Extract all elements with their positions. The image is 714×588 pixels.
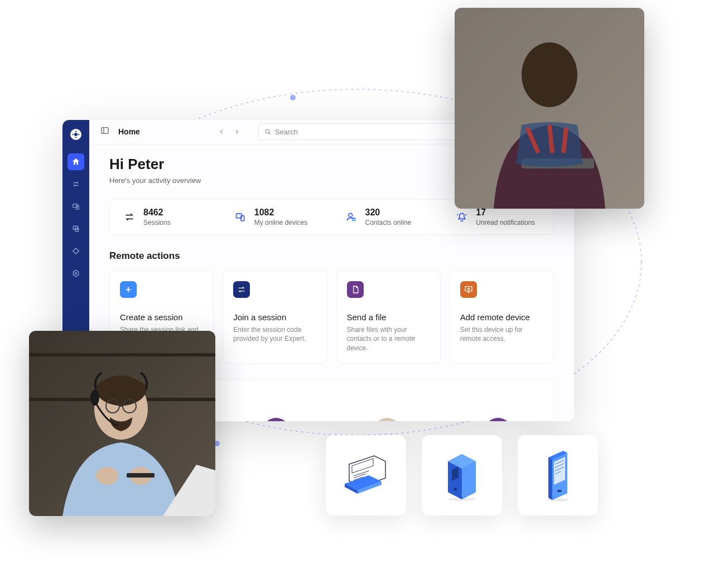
chevron-left-icon <box>218 128 225 136</box>
stat-value: 320 <box>365 208 412 218</box>
action-join-session[interactable]: Join a session Enter the session code pr… <box>223 271 327 364</box>
transfer-icon <box>233 281 250 298</box>
device-card-laptop[interactable] <box>326 435 406 515</box>
stat-value: 8462 <box>143 208 171 218</box>
svg-point-14 <box>349 213 353 217</box>
bell-icon <box>456 211 468 223</box>
sidebar-item-devices[interactable] <box>67 198 84 215</box>
avatar <box>373 418 401 421</box>
panel-toggle-icon[interactable] <box>100 126 109 137</box>
remote-actions-title: Remote actions <box>109 250 554 262</box>
sidebar-item-home[interactable] <box>67 153 84 170</box>
stat-value: 17 <box>476 208 535 218</box>
action-add-device[interactable]: Add remote device Set this device up for… <box>450 271 554 364</box>
device-cards-row <box>326 435 598 515</box>
hero-photo-tablet-user <box>455 8 644 209</box>
stat-contacts[interactable]: 320 Contacts online <box>332 208 443 226</box>
person-photo-placeholder <box>29 331 215 516</box>
action-title: Add remote device <box>460 312 543 322</box>
svg-line-11 <box>269 133 271 134</box>
svg-point-7 <box>75 272 77 274</box>
page-title: Home <box>118 127 140 136</box>
contact-item[interactable] <box>459 396 537 421</box>
monitor-icon <box>460 281 477 298</box>
nav-back[interactable] <box>216 126 227 137</box>
stat-sessions[interactable]: 8462 Sessions <box>110 208 221 226</box>
contact-item[interactable] <box>237 396 315 421</box>
tag-icon <box>72 247 80 255</box>
sidebar-item-tag[interactable] <box>67 243 84 259</box>
device-alt-icon <box>72 225 80 233</box>
plus-icon <box>120 281 137 298</box>
search-icon <box>264 128 272 136</box>
svg-point-34 <box>454 488 457 491</box>
svg-point-36 <box>557 490 562 492</box>
stat-value: 1082 <box>254 208 307 218</box>
path-dot <box>290 95 296 100</box>
avatar <box>262 418 290 421</box>
action-desc: Set this device up for remote access. <box>460 325 543 344</box>
sessions-icon <box>123 211 136 223</box>
devices-icon <box>72 203 80 210</box>
home-icon <box>71 157 80 166</box>
svg-point-10 <box>266 129 269 133</box>
devices-icon <box>234 211 247 223</box>
stat-devices[interactable]: 1082 My online devices <box>221 208 332 226</box>
stat-label: My online devices <box>254 219 307 226</box>
svg-rect-8 <box>102 128 108 134</box>
phone-icon <box>538 447 577 503</box>
hero-photo-support-agent <box>29 331 215 516</box>
svg-point-20 <box>522 42 577 107</box>
app-logo[interactable] <box>68 127 84 142</box>
hex-icon <box>72 269 80 277</box>
laptop-icon <box>338 450 394 500</box>
stat-label: Sessions <box>143 219 171 226</box>
svg-rect-32 <box>127 473 155 478</box>
stat-notifications[interactable]: 17 Unread notifications <box>442 208 553 226</box>
stat-label: Contacts online <box>365 219 412 226</box>
svg-point-30 <box>96 467 118 485</box>
svg-rect-23 <box>29 353 215 356</box>
device-card-phone[interactable] <box>518 435 598 515</box>
stat-label: Unread notifications <box>476 219 535 226</box>
svg-point-2 <box>74 133 78 136</box>
action-send-file[interactable]: Send a file Share files with your contac… <box>336 271 441 364</box>
contact-item[interactable] <box>348 396 426 421</box>
svg-point-37 <box>547 498 569 502</box>
svg-point-17 <box>467 288 469 290</box>
action-title: Send a file <box>347 312 430 322</box>
sidebar-item-messaging[interactable] <box>67 220 84 237</box>
action-title: Create a session <box>120 312 203 322</box>
transfer-icon <box>72 180 80 188</box>
sidebar-item-settings[interactable] <box>67 265 84 282</box>
sidebar-item-sessions[interactable] <box>67 176 84 192</box>
logo-icon <box>69 128 83 141</box>
svg-rect-16 <box>465 286 472 291</box>
file-icon <box>347 281 364 298</box>
svg-point-35 <box>448 498 476 501</box>
action-desc: Enter the session code provided by your … <box>233 325 316 344</box>
device-card-server[interactable] <box>422 435 502 515</box>
nav-arrows <box>216 126 243 137</box>
contacts-icon <box>345 211 358 223</box>
server-icon <box>440 447 484 503</box>
svg-point-26 <box>90 390 99 406</box>
action-desc: Share files with your contacts or to a r… <box>347 325 430 353</box>
chevron-right-icon <box>233 128 241 136</box>
nav-forward[interactable] <box>231 126 243 137</box>
person-photo-placeholder <box>455 8 644 209</box>
action-title: Join a session <box>233 312 316 322</box>
avatar <box>484 418 512 421</box>
